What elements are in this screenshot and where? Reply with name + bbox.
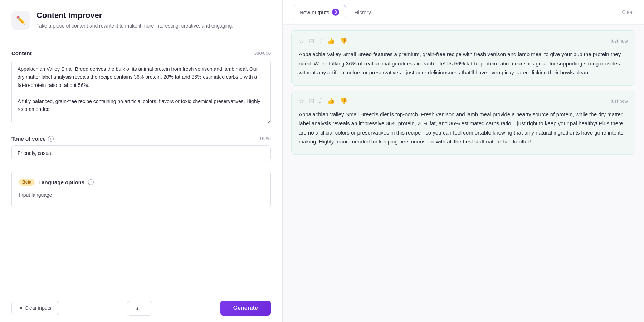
tool-icon: ✏️	[11, 11, 30, 30]
tool-info: Content Improver Take a piece of content…	[36, 11, 233, 30]
content-label: Content	[11, 50, 32, 56]
tab-history-label: History	[354, 9, 371, 15]
pencil-icon: ✏️	[16, 16, 26, 25]
tone-label-row: Tone of voice i	[11, 136, 54, 142]
tone-info-icon[interactable]: i	[48, 136, 54, 142]
card-actions: ☆ ⊟ ⤴ 👍 👎 just now	[299, 97, 628, 105]
left-panel: ✏️ Content Improver Take a piece of cont…	[0, 0, 283, 322]
copy-icon[interactable]: ⊟	[309, 37, 314, 45]
share-icon[interactable]: ⤴	[319, 97, 322, 104]
tab-new-outputs-label: New outputs	[299, 9, 329, 15]
star-icon[interactable]: ☆	[299, 37, 304, 45]
tone-input[interactable]	[11, 145, 271, 161]
clear-inputs-button[interactable]: ✕ Clear inputs	[11, 301, 59, 315]
tool-title: Content Improver	[36, 11, 233, 20]
language-options-box: Beta Language options i Input language	[11, 171, 271, 208]
content-count: 380/800	[254, 50, 271, 56]
star-icon[interactable]: ☆	[299, 97, 304, 105]
thumbs-up-icon[interactable]: 👍	[327, 37, 335, 45]
card-actions: ☆ ⊟ ⤴ 👍 👎 just now	[299, 37, 628, 45]
tool-description: Take a piece of content and rewrite it t…	[36, 22, 233, 30]
outputs-list: ☆ ⊟ ⤴ 👍 👎 just now Appalachia Valley Sma…	[283, 25, 644, 322]
clear-outputs-button[interactable]: Clear	[622, 9, 634, 15]
tone-label: Tone of voice	[11, 136, 46, 142]
right-panel: New outputs 3 History Clear ☆ ⊟ ⤴ 👍 👎 ju…	[283, 0, 644, 322]
share-icon[interactable]: ⤴	[319, 38, 322, 45]
form-section: Content 380/800 Appalachian Valley Small…	[0, 40, 282, 294]
output-text: Appalachia Valley Small Breed features a…	[299, 50, 628, 77]
output-card: ☆ ⊟ ⤴ 👍 👎 just now Appalachia Valley Sma…	[291, 30, 635, 86]
language-title: Language options	[38, 179, 84, 185]
tab-history[interactable]: History	[347, 5, 378, 19]
tone-field-header: Tone of voice i 16/80	[11, 136, 271, 142]
quantity-input[interactable]	[127, 301, 152, 316]
output-header: New outputs 3 History Clear	[283, 0, 644, 25]
content-textarea[interactable]: Appalachian Valley Small Breed derives t…	[11, 60, 271, 124]
tool-header: ✏️ Content Improver Take a piece of cont…	[0, 0, 282, 40]
thumbs-up-icon[interactable]: 👍	[327, 97, 335, 105]
thumbs-down-icon[interactable]: 👎	[340, 97, 347, 105]
copy-icon[interactable]: ⊟	[309, 97, 314, 105]
card-timestamp: just now	[611, 38, 628, 44]
beta-badge: Beta	[19, 179, 35, 186]
language-header: Beta Language options i	[19, 179, 263, 186]
output-text: Appalachian Valley Small Breed's diet is…	[299, 110, 628, 146]
card-timestamp: just now	[611, 98, 628, 104]
tone-count: 16/80	[259, 136, 271, 141]
action-icons: ☆ ⊟ ⤴ 👍 👎	[299, 37, 347, 45]
content-field-header: Content 380/800	[11, 50, 271, 56]
output-card: ☆ ⊟ ⤴ 👍 👎 just now Appalachian Valley Sm…	[291, 91, 635, 155]
generate-button[interactable]: Generate	[220, 301, 271, 316]
input-language-label: Input language	[19, 192, 263, 198]
tab-new-outputs-badge: 3	[332, 9, 339, 16]
thumbs-down-icon[interactable]: 👎	[340, 37, 347, 45]
content-field-group: Content 380/800 Appalachian Valley Small…	[11, 50, 271, 126]
tab-new-outputs[interactable]: New outputs 3	[293, 5, 346, 19]
action-icons: ☆ ⊟ ⤴ 👍 👎	[299, 97, 347, 105]
tone-field-group: Tone of voice i 16/80	[11, 136, 271, 161]
form-footer: ✕ Clear inputs Generate	[0, 294, 282, 322]
tabs-row: New outputs 3 History	[293, 5, 378, 19]
language-info-icon[interactable]: i	[88, 179, 94, 185]
